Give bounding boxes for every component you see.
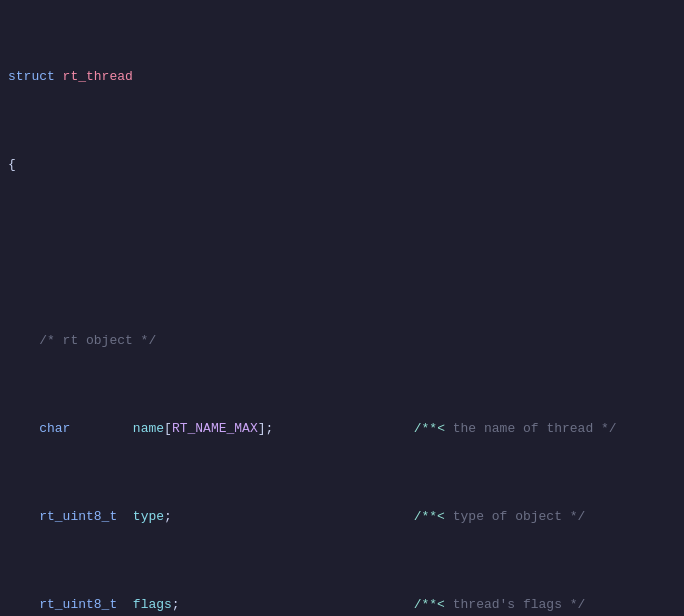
code-editor: struct rt_thread { /* rt object */ char … — [0, 0, 684, 616]
semi7: ; — [172, 594, 180, 616]
code-line-5: char name[RT_NAME_MAX]; /**< the name of… — [0, 418, 684, 440]
spaces2 — [273, 418, 413, 440]
cv6: type of object */ — [445, 506, 585, 528]
brace-open: { — [8, 154, 16, 176]
spaces — [70, 418, 132, 440]
bracket-close: ]; — [258, 418, 274, 440]
code-line-6: rt_uint8_t type; /**< type of object */ — [0, 506, 684, 528]
field-flags: flags — [133, 594, 172, 616]
sp7b — [180, 594, 414, 616]
field-name: name — [133, 418, 164, 440]
code-line-2: { — [0, 154, 684, 176]
type-char: char — [8, 418, 70, 440]
code-line-4: /* rt object */ — [0, 330, 684, 352]
comment-rt-object: /* rt object */ — [8, 330, 156, 352]
semi6: ; — [164, 506, 172, 528]
sp6b — [172, 506, 414, 528]
comment-name-of-thread: the name of thread */ — [445, 418, 617, 440]
code-line-3 — [0, 242, 684, 264]
code-line-7: rt_uint8_t flags; /**< thread's flags */ — [0, 594, 684, 616]
bracket-name: [ — [164, 418, 172, 440]
keyword-struct: struct — [8, 66, 63, 88]
code-line-1: struct rt_thread — [0, 66, 684, 88]
field-type: type — [133, 506, 164, 528]
ck6: /**< — [414, 506, 445, 528]
ck7: /**< — [414, 594, 445, 616]
cv7: thread's flags */ — [445, 594, 585, 616]
struct-name: rt_thread — [63, 66, 133, 88]
comment-kw-1: /**< — [414, 418, 445, 440]
type-rtuint8-2: rt_uint8_t — [8, 594, 117, 616]
sp7 — [117, 594, 133, 616]
sp6 — [117, 506, 133, 528]
type-rtuint8: rt_uint8_t — [8, 506, 117, 528]
macro-rt-name-max: RT_NAME_MAX — [172, 418, 258, 440]
